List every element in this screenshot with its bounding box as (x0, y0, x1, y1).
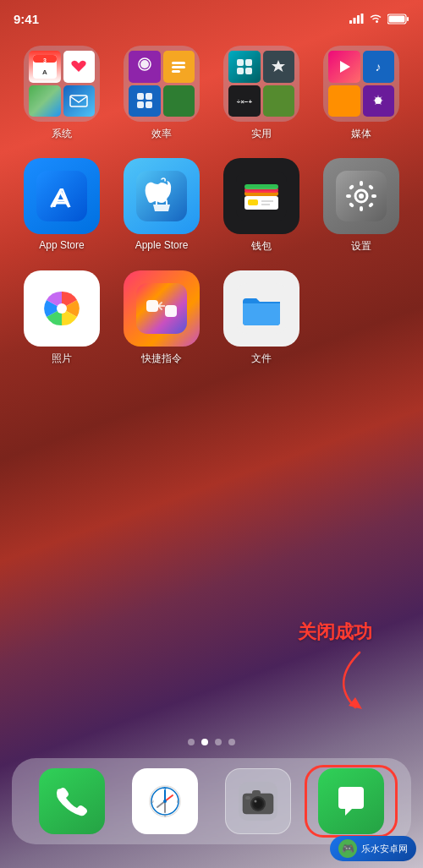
svg-text:♪: ♪ (376, 60, 382, 74)
status-bar: 9:41 (0, 0, 423, 37)
dock-messages[interactable] (308, 768, 394, 834)
dock: N S W E (12, 758, 411, 844)
svg-point-66 (163, 800, 167, 803)
svg-rect-45 (360, 181, 363, 186)
signal-icon (349, 14, 364, 24)
applestore-label: Apple Store (135, 239, 189, 251)
svg-text:W: W (151, 800, 154, 804)
battery-icon (387, 14, 409, 25)
svg-point-14 (140, 60, 149, 68)
util-sub1 (228, 51, 261, 83)
util-sub4 (263, 85, 295, 117)
svg-rect-12 (68, 90, 90, 112)
apps-row2: A App Store (15, 158, 408, 254)
med-sub3 (328, 85, 360, 117)
mail-sub (63, 85, 96, 117)
system-folder-icon: 3 A (24, 46, 100, 122)
svg-rect-21 (137, 101, 144, 108)
screen: 9:41 (0, 0, 423, 868)
wallet-icon (223, 158, 299, 234)
svg-text:3: 3 (43, 57, 47, 63)
annotation-text: 关闭成功 (298, 620, 372, 645)
svg-rect-20 (146, 93, 152, 100)
status-icons (349, 14, 409, 25)
dock-phone[interactable] (29, 768, 115, 834)
files-label: 文件 (251, 352, 272, 366)
photos-label: 照片 (52, 352, 72, 366)
empty-slot (315, 270, 408, 366)
messages-icon (318, 768, 384, 834)
status-time: 9:41 (14, 12, 39, 26)
media-folder-label: 媒体 (351, 127, 371, 141)
svg-rect-18 (172, 70, 180, 73)
svg-rect-48 (371, 194, 376, 198)
watermark: 🎮 乐水安卓网 (330, 836, 416, 861)
wallet-item[interactable]: 钱包 (215, 158, 308, 254)
svg-point-76 (255, 800, 257, 803)
eff-sub2 (163, 51, 195, 83)
svg-text:A: A (42, 68, 47, 75)
dock-safari[interactable]: N S W E (122, 768, 208, 834)
utility-folder-icon: ÷×−+ (223, 46, 299, 122)
med-sub4 (363, 85, 395, 117)
utility-folder-label: 实用 (251, 127, 272, 141)
svg-rect-26 (245, 68, 252, 74)
svg-rect-5 (407, 17, 409, 21)
media-folder-item[interactable]: ♪ 媒体 (315, 46, 408, 141)
svg-rect-23 (237, 59, 244, 66)
util-sub3: ÷×−+ (228, 85, 261, 117)
wallet-label: 钱包 (251, 239, 272, 254)
med-sub2: ♪ (363, 51, 395, 83)
svg-rect-1 (354, 18, 356, 24)
svg-rect-47 (346, 194, 351, 198)
applestore-item[interactable]: Apple Store (115, 158, 208, 254)
dot-2 (201, 739, 208, 745)
svg-rect-37 (244, 184, 278, 189)
folder-row: 3 A 系统 (15, 46, 408, 141)
util-sub2 (263, 51, 295, 83)
files-item[interactable]: 文件 (215, 270, 308, 366)
appstore-item[interactable]: A App Store (15, 158, 108, 254)
svg-rect-6 (389, 15, 405, 22)
annotation: 关闭成功 (298, 620, 372, 716)
system-folder-item[interactable]: 3 A 系统 (15, 46, 108, 141)
svg-text:S: S (164, 814, 167, 818)
svg-rect-24 (245, 59, 252, 66)
svg-text:N: N (164, 786, 167, 790)
appstore-icon: A (24, 158, 100, 234)
wifi-icon (369, 14, 382, 24)
utility-folder-item[interactable]: ÷×−+ 实用 (215, 46, 308, 141)
svg-rect-25 (237, 68, 244, 74)
shortcuts-label: 快捷指令 (141, 352, 182, 366)
svg-rect-56 (146, 300, 158, 312)
shortcuts-item[interactable]: 快捷指令 (115, 270, 208, 366)
eff-sub3 (129, 85, 161, 117)
svg-point-54 (57, 303, 67, 314)
svg-rect-17 (172, 66, 185, 68)
camera-icon (225, 768, 291, 834)
settings-label: 设置 (351, 239, 371, 254)
efficiency-folder-item[interactable]: 效率 (115, 46, 208, 141)
svg-rect-39 (248, 199, 258, 205)
appstore-label: App Store (39, 239, 84, 251)
health-sub (63, 51, 96, 83)
med-sub1 (328, 51, 360, 83)
svg-rect-16 (172, 62, 185, 64)
eff-sub1 (129, 51, 161, 83)
watermark-text: 乐水安卓网 (361, 843, 408, 855)
media-folder-icon: ♪ (323, 46, 399, 122)
page-dots (0, 730, 423, 758)
svg-rect-19 (137, 93, 144, 100)
efficiency-folder-icon (124, 46, 200, 122)
svg-rect-78 (252, 790, 261, 795)
watermark-icon: 🎮 (338, 839, 357, 858)
svg-rect-57 (165, 305, 177, 317)
annotation-arrow-svg (321, 648, 372, 716)
eff-sub4 (163, 85, 195, 117)
dock-camera[interactable] (215, 768, 301, 834)
applestore-icon (124, 158, 200, 234)
photos-item[interactable]: 照片 (15, 270, 108, 366)
system-folder-label: 系统 (52, 127, 72, 141)
settings-item[interactable]: 设置 (315, 158, 408, 254)
efficiency-folder-label: 效率 (151, 127, 172, 141)
